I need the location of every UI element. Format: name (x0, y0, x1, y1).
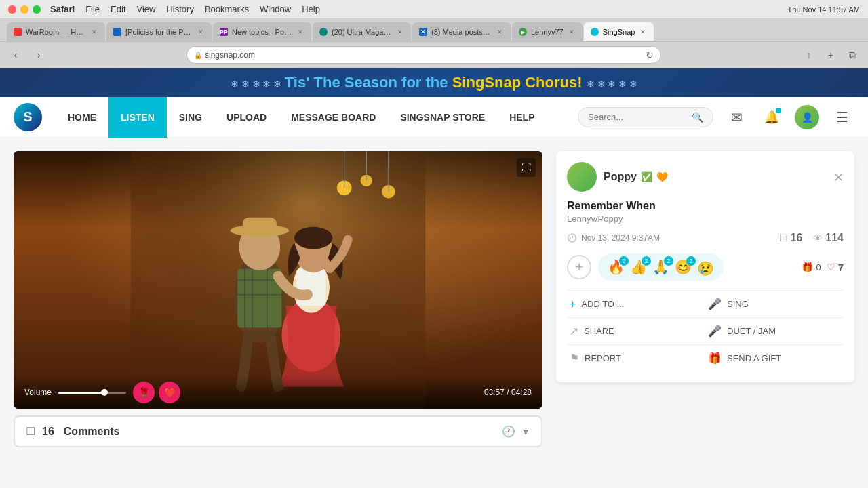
add-reaction-button[interactable]: + (567, 255, 591, 279)
search-icon[interactable]: 🔍 (692, 112, 703, 123)
emoji-smile[interactable]: 😊 2 (675, 259, 692, 275)
close-card-button[interactable]: ✕ (833, 169, 844, 185)
tab-close-mediaposts[interactable]: ✕ (496, 28, 504, 36)
snowflake-left: ❄ ❄ ❄ ❄ ❄ (231, 79, 282, 89)
clock-icon: 🕐 (502, 425, 515, 438)
gift-action-icon: 🎁 (708, 352, 722, 365)
mac-menu-history[interactable]: History (166, 4, 193, 14)
comments-actions: 🕐 ▼ (502, 425, 530, 438)
mac-menu-view[interactable]: View (137, 4, 156, 14)
sing-button[interactable]: 🎤 SING (705, 290, 844, 317)
nav-help[interactable]: HELP (497, 97, 547, 138)
tab-newtopics[interactable]: PP New topics - Policies f... ✕ (213, 22, 311, 41)
emoji-thumbs[interactable]: 👍 2 (630, 259, 647, 275)
artist-name[interactable]: Poppy (604, 171, 637, 183)
tab-close-policies[interactable]: ✕ (197, 28, 205, 36)
send-gift-button[interactable]: 🎁 SEND A GIFT (705, 344, 844, 371)
verified-badge: ✅ (641, 171, 652, 182)
reload-icon[interactable]: ↻ (646, 49, 654, 60)
tab-favicon-policies (113, 28, 121, 36)
nav-message-board[interactable]: MESSAGE BOARD (279, 97, 388, 138)
mac-menu-help[interactable]: Help (302, 4, 320, 14)
tab-close-warroom[interactable]: ✕ (90, 28, 98, 36)
comments-sort-toggle[interactable]: ▼ (521, 426, 530, 437)
comments-stat[interactable]: ☐ 16 (779, 232, 803, 244)
share-label: SHARE (584, 326, 614, 336)
comments-label: Comments (64, 426, 120, 438)
mac-menu-safari[interactable]: Safari (50, 4, 75, 14)
plus-action-icon: + (570, 298, 576, 310)
address-bar[interactable]: 🔒 singsnap.com ↻ (186, 46, 661, 64)
logo-text: S (23, 109, 32, 125)
nav-logo[interactable]: S (14, 103, 42, 131)
emoji-fire[interactable]: 🔥 2 (608, 259, 625, 275)
mac-menu-edit[interactable]: Edit (111, 4, 125, 14)
stats-row: 🕐 Nov 13, 2024 9:37AM ☐ 16 👁 114 (567, 232, 844, 244)
tab-close-ultramaga[interactable]: ✕ (396, 28, 404, 36)
tab-favicon-warroom (14, 28, 22, 36)
mail-button[interactable]: ✉ (724, 105, 749, 129)
flame-reaction-button[interactable]: 🌹 (133, 382, 155, 403)
heart-icon: ❤️ (164, 387, 176, 398)
tab-mediaposts[interactable]: ✕ (3) Media posts by UL... ✕ (412, 22, 511, 41)
mac-menu-bookmarks[interactable]: Bookmarks (205, 4, 249, 14)
back-button[interactable]: ‹ (7, 46, 24, 64)
tab-singsnap[interactable]: SingSnap ✕ (584, 22, 654, 41)
tab-close-lennyv77[interactable]: ✕ (568, 28, 576, 36)
duet-jam-button[interactable]: 🎤 DUET / JAM (705, 317, 844, 344)
user-avatar[interactable]: 👤 (795, 105, 819, 129)
share-button[interactable]: ↗ SHARE (567, 317, 705, 344)
tab-policies[interactable]: [Policies for the People... ✕ (106, 22, 212, 41)
mac-menu-file[interactable]: File (85, 4, 100, 14)
hamburger-menu-button[interactable]: ☰ (830, 105, 854, 129)
search-input[interactable] (588, 112, 686, 122)
tab-ultramaga[interactable]: (20) Ultra Maga Party... ✕ (313, 22, 411, 41)
nav-sing[interactable]: SING (167, 97, 214, 138)
close-button[interactable] (8, 5, 16, 14)
nav-listen[interactable]: LISTEN (108, 97, 167, 138)
artist-avatar[interactable] (567, 162, 597, 192)
heart-reaction-button[interactable]: ❤️ (159, 382, 180, 403)
artist-avatar-image (567, 162, 597, 192)
likes-stat[interactable]: ♡ 7 (827, 262, 844, 273)
forward-button[interactable]: › (30, 46, 47, 64)
tab-favicon-mediaposts: ✕ (419, 28, 427, 36)
tab-warroom[interactable]: WarRoom — Home of u... ✕ (7, 22, 105, 41)
notification-dot (776, 108, 781, 113)
comment-icon: ☐ (779, 232, 788, 243)
heart-like-icon: ♡ (827, 262, 835, 272)
gift-icon: 🎁 (802, 262, 813, 272)
notifications-button[interactable]: 🔔 (760, 105, 784, 129)
tab-close-newtopics[interactable]: ✕ (296, 28, 304, 36)
report-label: REPORT (585, 353, 621, 363)
add-to-button[interactable]: + ADD TO ... (567, 290, 705, 317)
video-player[interactable]: ⛶ Volume 🌹 ❤️ (14, 151, 542, 409)
minimize-button[interactable] (20, 5, 28, 14)
video-section: ⛶ Volume 🌹 ❤️ (14, 151, 542, 474)
fullscreen-button[interactable] (33, 5, 41, 14)
emoji-cry[interactable]: 😢 (697, 260, 714, 277)
tab-lennyv77[interactable]: ▶ Lennyv77 ✕ (512, 22, 583, 41)
volume-thumb[interactable] (101, 389, 108, 396)
emoji-pray[interactable]: 🙏 2 (652, 259, 669, 275)
report-button[interactable]: ⚑ REPORT (567, 344, 705, 371)
duet-jam-label: DUET / JAM (727, 326, 776, 336)
add-tab-button[interactable]: + (822, 46, 840, 64)
traffic-lights[interactable] (8, 5, 41, 14)
share-browser-button[interactable]: ↑ (800, 46, 818, 64)
tab-close-singsnap[interactable]: ✕ (639, 28, 647, 36)
nav-home[interactable]: HOME (56, 97, 108, 138)
mac-menu-window[interactable]: Window (260, 4, 291, 14)
search-bar[interactable]: 🔍 (578, 107, 713, 127)
add-to-label: ADD TO ... (581, 299, 624, 309)
tab-label-mediaposts: (3) Media posts by UL... (431, 28, 492, 36)
volume-slider[interactable] (58, 392, 126, 394)
action-grid: + ADD TO ... 🎤 SING ↗ SHARE 🎤 DUET / JAM (567, 290, 844, 371)
nav-upload[interactable]: UPLOAD (214, 97, 279, 138)
thumbsup-count: 2 (642, 256, 651, 266)
sidebar-toggle-button[interactable]: ⧉ (844, 46, 861, 64)
mac-bar-right: Thu Nov 14 11:57 AM (788, 5, 860, 14)
fire-count: 2 (619, 256, 629, 266)
fullscreen-toggle-button[interactable]: ⛶ (517, 158, 536, 177)
nav-singsnap-store[interactable]: SINGSNAP STORE (388, 97, 497, 138)
